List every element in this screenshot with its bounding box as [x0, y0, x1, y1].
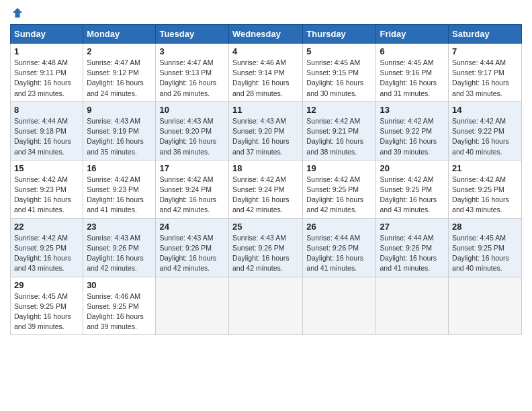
logo: [10, 7, 24, 19]
daylight: Daylight: 16 hours and 26 minutes.: [159, 79, 216, 97]
day-number: 14: [452, 105, 518, 115]
sunrise: Sunrise: 4:42 AM: [306, 175, 360, 183]
svg-marker-0: [13, 8, 22, 17]
day-info: Sunrise: 4:42 AMSunset: 9:24 PMDaylight:…: [232, 175, 299, 216]
sunrise: Sunrise: 4:45 AM: [452, 234, 506, 242]
calendar-day-cell: 8Sunrise: 4:44 AMSunset: 9:18 PMDaylight…: [11, 101, 83, 160]
sunset: Sunset: 9:26 PM: [159, 244, 212, 252]
calendar-table: SundayMondayTuesdayWednesdayThursdayFrid…: [10, 24, 522, 335]
daylight: Daylight: 16 hours and 40 minutes.: [452, 254, 509, 272]
day-info: Sunrise: 4:42 AMSunset: 9:21 PMDaylight:…: [306, 116, 372, 157]
calendar-day-cell: 28Sunrise: 4:45 AMSunset: 9:25 PMDayligh…: [449, 218, 522, 277]
calendar-day-cell: 27Sunrise: 4:44 AMSunset: 9:26 PMDayligh…: [376, 218, 449, 277]
sunrise: Sunrise: 4:42 AM: [380, 175, 433, 183]
daylight: Daylight: 16 hours and 36 minutes.: [159, 137, 216, 155]
sunrise: Sunrise: 4:42 AM: [232, 175, 286, 183]
calendar-day-cell: 30Sunrise: 4:46 AMSunset: 9:25 PMDayligh…: [83, 277, 156, 335]
sunset: Sunset: 9:26 PM: [232, 244, 285, 252]
calendar-week-row: 15Sunrise: 4:42 AMSunset: 9:23 PMDayligh…: [11, 160, 522, 218]
calendar-week-row: 1Sunrise: 4:48 AMSunset: 9:11 PMDaylight…: [11, 44, 522, 102]
calendar-empty-cell: [449, 277, 522, 335]
sunrise: Sunrise: 4:44 AM: [380, 234, 433, 242]
sunset: Sunset: 9:25 PM: [87, 302, 139, 310]
daylight: Daylight: 16 hours and 31 minutes.: [380, 79, 437, 97]
sunset: Sunset: 9:26 PM: [87, 244, 139, 252]
daylight: Daylight: 16 hours and 37 minutes.: [232, 137, 290, 155]
sunset: Sunset: 9:25 PM: [380, 185, 432, 193]
day-info: Sunrise: 4:42 AMSunset: 9:23 PMDaylight:…: [87, 175, 152, 216]
calendar-day-cell: 14Sunrise: 4:42 AMSunset: 9:22 PMDayligh…: [449, 101, 522, 160]
sunset: Sunset: 9:20 PM: [232, 127, 285, 135]
sunset: Sunset: 9:11 PM: [14, 68, 66, 77]
day-info: Sunrise: 4:42 AMSunset: 9:24 PMDaylight:…: [159, 175, 225, 216]
day-number: 19: [306, 163, 372, 173]
sunrise: Sunrise: 4:43 AM: [87, 117, 140, 125]
daylight: Daylight: 16 hours and 35 minutes.: [87, 137, 144, 155]
calendar-week-row: 8Sunrise: 4:44 AMSunset: 9:18 PMDaylight…: [11, 101, 522, 160]
day-number: 5: [306, 46, 372, 56]
calendar-day-cell: 13Sunrise: 4:42 AMSunset: 9:22 PMDayligh…: [376, 101, 449, 160]
calendar-page: SundayMondayTuesdayWednesdayThursdayFrid…: [0, 0, 532, 411]
day-number: 18: [232, 163, 299, 173]
day-number: 2: [87, 46, 152, 56]
calendar-day-cell: 2Sunrise: 4:47 AMSunset: 9:12 PMDaylight…: [83, 44, 156, 102]
sunrise: Sunrise: 4:48 AM: [14, 58, 68, 66]
daylight: Daylight: 16 hours and 42 minutes.: [159, 254, 216, 272]
day-number: 6: [380, 46, 445, 56]
sunrise: Sunrise: 4:47 AM: [87, 58, 140, 66]
day-info: Sunrise: 4:45 AMSunset: 9:15 PMDaylight:…: [306, 58, 372, 99]
calendar-day-cell: 4Sunrise: 4:46 AMSunset: 9:14 PMDaylight…: [228, 44, 302, 102]
day-info: Sunrise: 4:44 AMSunset: 9:17 PMDaylight:…: [452, 58, 518, 99]
daylight: Daylight: 16 hours and 42 minutes.: [87, 254, 144, 272]
column-header-saturday: Saturday: [449, 25, 522, 44]
day-info: Sunrise: 4:44 AMSunset: 9:18 PMDaylight:…: [14, 116, 79, 157]
day-number: 15: [14, 163, 79, 173]
day-number: 28: [452, 222, 518, 232]
calendar-day-cell: 5Sunrise: 4:45 AMSunset: 9:15 PMDaylight…: [303, 44, 376, 102]
day-number: 4: [232, 46, 299, 56]
day-info: Sunrise: 4:45 AMSunset: 9:25 PMDaylight:…: [14, 291, 79, 332]
day-info: Sunrise: 4:47 AMSunset: 9:13 PMDaylight:…: [159, 58, 225, 99]
calendar-day-cell: 19Sunrise: 4:42 AMSunset: 9:25 PMDayligh…: [303, 160, 376, 218]
day-info: Sunrise: 4:44 AMSunset: 9:26 PMDaylight:…: [306, 233, 372, 274]
calendar-day-cell: 12Sunrise: 4:42 AMSunset: 9:21 PMDayligh…: [303, 101, 376, 160]
sunrise: Sunrise: 4:42 AM: [380, 117, 433, 125]
calendar-day-cell: 25Sunrise: 4:43 AMSunset: 9:26 PMDayligh…: [228, 218, 302, 277]
calendar-week-row: 29Sunrise: 4:45 AMSunset: 9:25 PMDayligh…: [11, 277, 522, 335]
daylight: Daylight: 16 hours and 28 minutes.: [232, 79, 290, 97]
calendar-day-cell: 20Sunrise: 4:42 AMSunset: 9:25 PMDayligh…: [376, 160, 449, 218]
day-info: Sunrise: 4:43 AMSunset: 9:19 PMDaylight:…: [87, 116, 152, 157]
day-info: Sunrise: 4:43 AMSunset: 9:26 PMDaylight:…: [159, 233, 225, 274]
calendar-day-cell: 23Sunrise: 4:43 AMSunset: 9:26 PMDayligh…: [83, 218, 156, 277]
calendar-day-cell: 10Sunrise: 4:43 AMSunset: 9:20 PMDayligh…: [156, 101, 229, 160]
day-number: 7: [452, 46, 518, 56]
day-info: Sunrise: 4:46 AMSunset: 9:14 PMDaylight:…: [232, 58, 299, 99]
sunrise: Sunrise: 4:42 AM: [306, 117, 360, 125]
column-header-monday: Monday: [83, 25, 156, 44]
calendar-day-cell: 16Sunrise: 4:42 AMSunset: 9:23 PMDayligh…: [83, 160, 156, 218]
column-header-friday: Friday: [376, 25, 449, 44]
sunrise: Sunrise: 4:45 AM: [380, 58, 433, 66]
sunset: Sunset: 9:24 PM: [232, 185, 285, 193]
calendar-empty-cell: [156, 277, 229, 335]
day-info: Sunrise: 4:42 AMSunset: 9:22 PMDaylight:…: [452, 116, 518, 157]
sunrise: Sunrise: 4:43 AM: [232, 117, 286, 125]
day-info: Sunrise: 4:44 AMSunset: 9:26 PMDaylight:…: [380, 233, 445, 274]
daylight: Daylight: 16 hours and 33 minutes.: [452, 79, 509, 97]
day-info: Sunrise: 4:46 AMSunset: 9:25 PMDaylight:…: [87, 291, 152, 332]
calendar-day-cell: 29Sunrise: 4:45 AMSunset: 9:25 PMDayligh…: [11, 277, 83, 335]
sunset: Sunset: 9:23 PM: [87, 185, 139, 193]
daylight: Daylight: 16 hours and 42 minutes.: [159, 195, 216, 214]
sunrise: Sunrise: 4:42 AM: [14, 234, 68, 242]
calendar-week-row: 22Sunrise: 4:42 AMSunset: 9:25 PMDayligh…: [11, 218, 522, 277]
day-info: Sunrise: 4:43 AMSunset: 9:20 PMDaylight:…: [159, 116, 225, 157]
sunset: Sunset: 9:25 PM: [14, 244, 66, 252]
daylight: Daylight: 16 hours and 30 minutes.: [306, 79, 363, 97]
day-info: Sunrise: 4:42 AMSunset: 9:22 PMDaylight:…: [380, 116, 445, 157]
calendar-header-row: SundayMondayTuesdayWednesdayThursdayFrid…: [11, 25, 522, 44]
sunrise: Sunrise: 4:45 AM: [14, 292, 68, 300]
daylight: Daylight: 16 hours and 39 minutes.: [14, 312, 71, 330]
daylight: Daylight: 16 hours and 43 minutes.: [380, 195, 437, 214]
daylight: Daylight: 16 hours and 24 minutes.: [87, 79, 144, 97]
day-info: Sunrise: 4:43 AMSunset: 9:26 PMDaylight:…: [232, 233, 299, 274]
